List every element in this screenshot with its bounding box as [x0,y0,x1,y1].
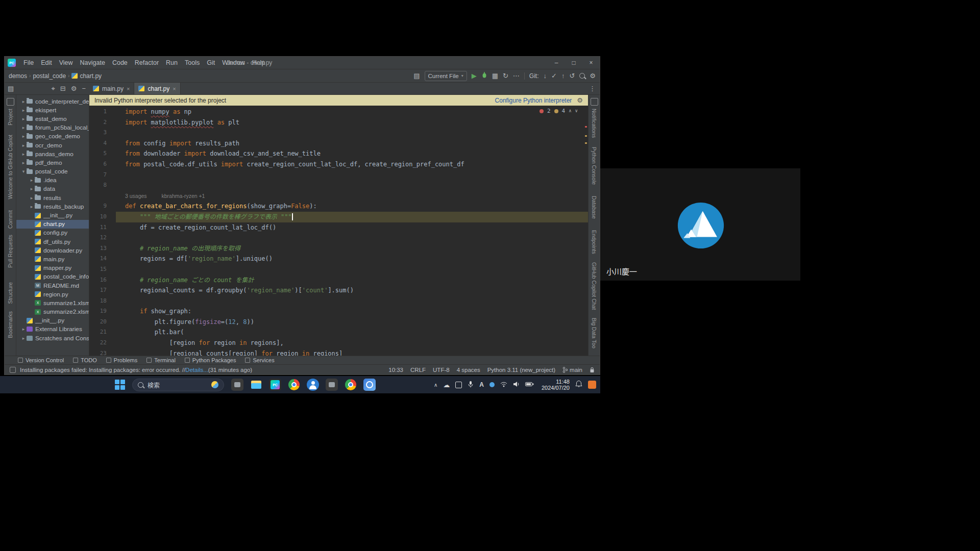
tree-item-pandas_demo[interactable]: ▸pandas_demo [16,149,89,158]
breadcrumb-item[interactable]: demos [9,72,27,80]
maximize-button[interactable]: □ [565,57,582,69]
menu-navigate[interactable]: Navigate [77,59,109,66]
project-tool-icon[interactable] [7,98,14,106]
tree-item-downloader.py[interactable]: downloader.py [16,246,89,255]
wifi-icon[interactable] [500,381,507,389]
tool-stripe-commit[interactable]: Commit [7,210,13,229]
expand-chevron-icon[interactable]: ▸ [29,178,35,183]
inspections-widget[interactable]: 2 4 ∧ ∨ [540,108,578,114]
code-editor[interactable]: 2 4 ∧ ∨ 1import numpy as np2import matpl… [89,106,588,356]
tree-item-README.md[interactable]: MREADME.md [16,281,89,290]
screen-share-badge-icon[interactable] [588,381,596,389]
expand-chevron-icon[interactable]: ▸ [29,204,35,209]
toolwindow-services[interactable]: Services [245,357,274,363]
tree-item-postal_code_info[interactable]: postal_code_info [16,272,89,281]
configure-interpreter-link[interactable]: Configure Python interpreter [495,97,572,104]
editor-panel[interactable]: Invalid Python interpreter selected for … [89,95,588,356]
dark-app-icon[interactable] [231,379,243,391]
more-actions-icon[interactable]: ⋯ [513,72,520,79]
notification-bell-icon[interactable] [575,380,582,389]
expand-chevron-icon[interactable]: ▸ [20,143,27,148]
menu-refactor[interactable]: Refactor [131,59,162,66]
prev-problem-icon[interactable]: ∧ [569,109,571,113]
lock-icon[interactable] [590,367,595,373]
battery-icon[interactable] [525,381,534,388]
python-interpreter[interactable]: Python 3.11 (new_project) [487,367,555,373]
settings-gear-icon[interactable]: ⚙ [590,72,596,79]
search-everywhere-icon[interactable] [579,73,585,79]
minimize-button[interactable]: – [548,57,565,69]
next-problem-icon[interactable]: ∨ [575,109,578,113]
file-explorer-icon[interactable] [250,379,262,391]
indent-setting[interactable]: 4 spaces [457,367,480,373]
tree-item-postal_code[interactable]: ▾postal_code [16,167,89,176]
expand-chevron-icon[interactable]: ▸ [29,195,35,201]
tool-stripe-pull-requests[interactable]: Pull Requests [7,235,13,268]
tool-stripe-endpoints[interactable]: Endpoints [591,230,597,254]
taskbar-clock[interactable]: 11:48 2024/07/20 [542,379,570,391]
git-commit-icon[interactable]: ✓ [551,72,557,79]
menu-view[interactable]: View [56,59,77,66]
tree-item-ekispert[interactable]: ▸ekispert [16,106,89,114]
tree-item-External Libraries[interactable]: ▸External Libraries [16,325,89,334]
tree-item-geo_code_demo[interactable]: ▸geo_code_demo [16,132,89,141]
run-button[interactable]: ▶ [472,72,477,79]
taskbar-search-input[interactable]: 検索 [132,379,224,391]
menu-git[interactable]: Git [203,59,218,66]
toolwindow-version-control[interactable]: Version Control [18,357,64,363]
tree-item-ocr_demo[interactable]: ▸ocr_demo [16,141,89,149]
event-log-icon[interactable] [10,367,16,373]
tree-item-.idea[interactable]: ▸.idea [16,176,89,185]
expand-chevron-icon[interactable]: ▸ [20,327,27,332]
notifications-tool-icon[interactable] [591,98,598,106]
breadcrumb-item[interactable]: postal_code [33,72,66,80]
project-view-icon[interactable]: ▤ [8,85,14,92]
tab-chart.py[interactable]: chart.py× [134,83,180,94]
git-update-icon[interactable]: ↓ [544,72,547,79]
menu-code[interactable]: Code [109,59,131,66]
collapse-all-icon[interactable]: ⊟ [60,85,66,92]
tool-stripe-structure[interactable]: Structure [7,282,13,304]
tree-item-df_utils.py[interactable]: df_utils.py [16,237,89,246]
tool-stripe-python-console[interactable]: Python Console [591,147,597,185]
tree-item-config.py[interactable]: config.py [16,229,89,237]
tree-item-Scratches and Consoles[interactable]: ▸Scratches and Consoles [16,334,89,342]
tab-main.py[interactable]: main.py× [89,83,134,94]
tree-item-main.py[interactable]: main.py [16,255,89,263]
banner-gear-icon[interactable]: ⚙ [577,96,583,104]
expand-chevron-icon[interactable]: ▾ [20,169,27,174]
menu-tools[interactable]: Tools [181,59,203,66]
tool-stripe-database[interactable]: Database [591,196,597,219]
ime-indicator[interactable]: A [479,381,484,388]
expand-chevron-icon[interactable]: ▸ [20,336,27,341]
chrome-icon[interactable] [288,379,300,391]
tree-item-summarize2.xlsm[interactable]: Xsummarize2.xlsm [16,308,89,316]
history-icon[interactable]: ↺ [569,72,575,79]
git-branch[interactable]: main [562,367,582,373]
tree-item-forum_pc5bai_local_[interactable]: ▸forum_pc5bai_local_ [16,123,89,132]
tree-item-pdf_demo[interactable]: ▸pdf_demo [16,158,89,167]
error-stripe-mark[interactable] [585,126,587,128]
tree-item-__init__.py[interactable]: __init__.py [16,211,89,219]
tab-close-icon[interactable]: × [173,86,176,92]
tree-item-code_interpreter_der[interactable]: ▸code_interpreter_der [16,97,89,106]
expand-chevron-icon[interactable]: ▸ [20,152,27,157]
chrome-icon[interactable] [345,379,357,391]
expand-chevron-icon[interactable]: ▸ [29,186,35,191]
panel-options-icon[interactable]: ⚙ [71,85,77,92]
tree-item-region.py[interactable]: region.py [16,290,89,298]
build-icon[interactable]: ▤ [413,72,420,79]
dark-app-icon[interactable] [326,379,338,391]
breadcrumb-item[interactable]: chart.py [80,72,102,80]
tree-item-chart.py[interactable]: chart.py [16,220,89,229]
participant-tile[interactable]: 小川慶一 [600,168,800,281]
hidden-icons-chevron[interactable]: ∧ [434,382,437,388]
tool-stripe-github-copilot-chat[interactable]: GitHub Copilot Chat [591,262,597,310]
blue-app-icon[interactable] [363,379,376,391]
expand-chevron-icon[interactable]: ▸ [20,116,27,121]
caret-position[interactable]: 10:33 [388,367,403,373]
line-separator[interactable]: CRLF [410,367,426,373]
tab-list-icon[interactable]: ⋮ [589,85,596,92]
people-icon[interactable] [307,379,319,391]
tree-item-__init__.py[interactable]: __init__.py [16,316,89,325]
